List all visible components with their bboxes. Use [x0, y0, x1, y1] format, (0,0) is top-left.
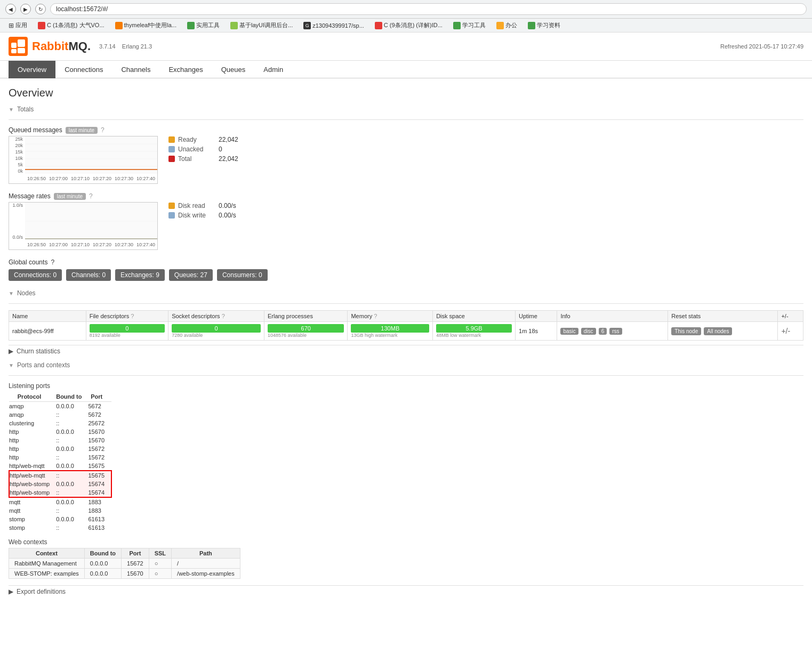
disk-bar: 5.9GB — [436, 324, 512, 333]
global-counts-help[interactable]: ? — [51, 259, 54, 266]
refresh-button[interactable]: ↻ — [35, 4, 46, 14]
tab-connections[interactable]: Connections — [55, 61, 112, 78]
logo: RabbitMQ. — [9, 37, 91, 56]
channels-count[interactable]: Channels: 0 — [66, 269, 111, 281]
queued-x-labels: 10:26:5010:27:0010:27:1010:27:2010:27:30… — [25, 174, 157, 183]
rates-help[interactable]: ? — [89, 192, 93, 200]
nav-tabs: Overview Connections Channels Exchanges … — [0, 61, 812, 78]
web-contexts-table: Context Bound to Port SSL Path RabbitMQ … — [9, 548, 240, 579]
queued-help[interactable]: ? — [101, 126, 104, 134]
table-row: http/web-stomp 0.0.0.0 15674 — [9, 480, 111, 488]
bookmark-2[interactable]: thymeleaf中使用la... — [112, 20, 180, 30]
tag-basic[interactable]: basic — [560, 328, 578, 335]
tab-exchanges[interactable]: Exchanges — [159, 61, 212, 78]
nodes-col-disk: Disk space — [433, 311, 516, 322]
back-button[interactable]: ◀ — [5, 4, 16, 14]
rates-legend: Disk read 0.00/s Disk write 0.00/s — [168, 202, 803, 221]
version-info: 3.7.14 Erlang 21.3 — [99, 43, 152, 50]
rates-badge: last minute — [54, 193, 86, 200]
disk-watermark: 48MB low watermark — [436, 333, 512, 338]
page-title: Overview — [9, 87, 803, 99]
web-col-path: Path — [172, 548, 240, 559]
svg-rect-2 — [18, 39, 25, 47]
node-name: rabbit@ecs-99ff — [9, 322, 86, 341]
node-erlang: 670 1048576 available — [264, 322, 348, 341]
sd-bar: 0 — [172, 324, 261, 333]
legend-ready-color — [168, 136, 175, 143]
legend-unacked: Unacked 0 — [168, 146, 803, 153]
bookmark-4[interactable]: 基于layUI调用后台... — [227, 20, 296, 30]
queues-count[interactable]: Queues: 27 — [169, 269, 213, 281]
bookmark-apps[interactable]: ⊞ 应用 — [5, 20, 30, 30]
bookmark-1[interactable]: C (1条消息) 大气VO... — [35, 20, 108, 30]
tab-admin[interactable]: Admin — [254, 61, 292, 78]
refresh-info: Refreshed 2021-05-17 10:27:49 — [720, 43, 803, 50]
bookmark-9[interactable]: 学习资料 — [525, 20, 564, 30]
legend-disk-write: Disk write 0.00/s — [168, 212, 803, 219]
rates-chart-inner — [25, 203, 157, 240]
queued-messages-section: Queued messages last minute ? 25k20k15k1… — [9, 126, 803, 184]
url-bar[interactable]: localhost:15672/#/ — [50, 3, 807, 15]
queued-badge: last minute — [66, 127, 98, 134]
ports-section-header[interactable]: ▼ Ports and contexts — [9, 361, 803, 369]
ports-col-protocol: Protocol — [9, 392, 56, 402]
mem-watermark: 13GB high watermark — [351, 333, 429, 338]
sd-avail: 7280 available — [172, 333, 261, 338]
bookmark-8[interactable]: 办公 — [493, 20, 520, 30]
svg-rect-3 — [18, 48, 25, 53]
this-node-button[interactable]: This node — [671, 327, 701, 335]
forward-button[interactable]: ▶ — [20, 4, 31, 14]
consumers-count[interactable]: Consumers: 0 — [217, 269, 268, 281]
table-row: http/web-mqtt 0.0.0.0 15675 — [9, 462, 111, 471]
tag-rss[interactable]: rss — [609, 328, 622, 335]
browser-chrome: ◀ ▶ ↻ localhost:15672/#/ — [0, 0, 812, 19]
table-row: http 0.0.0.0 15670 — [9, 427, 111, 436]
mem-bar: 130MB — [351, 324, 429, 333]
web-col-context: Context — [9, 548, 85, 559]
totals-section-header[interactable]: ▼ Totals — [9, 106, 803, 113]
legend-disk-write-color — [168, 212, 175, 219]
nodes-col-info: Info — [557, 311, 668, 322]
all-nodes-button[interactable]: All nodes — [704, 327, 732, 335]
rates-chart-row: 1.0/s 0.0/s 10:26:5010:27:0010:27:1010:2… — [9, 202, 803, 250]
nodes-col-sd: Socket descriptors ? — [168, 311, 264, 322]
export-header[interactable]: ▶ Export definitions — [9, 585, 803, 597]
nodes-section-header[interactable]: ▼ Nodes — [9, 289, 803, 297]
table-row: stomp 0.0.0.0 61613 — [9, 515, 111, 523]
ep-bar: 670 — [268, 324, 344, 333]
connections-count[interactable]: Connections: 0 — [9, 269, 62, 281]
tab-overview[interactable]: Overview — [9, 61, 55, 78]
queued-chart-row: 25k20k15k10k5k0k — [9, 136, 803, 184]
nodes-col-reset: Reset stats — [668, 311, 778, 322]
bookmark-7[interactable]: 学习工具 — [450, 20, 489, 30]
legend-disk-read-color — [168, 203, 175, 209]
bookmark-6[interactable]: C (9条消息) (详解)ID... — [372, 20, 446, 30]
ep-avail: 1048576 available — [268, 333, 344, 338]
svg-rect-0 — [11, 43, 17, 48]
nodes-col-pm: +/- — [778, 311, 803, 322]
legend-disk-read: Disk read 0.00/s — [168, 202, 803, 209]
legend-total-color — [168, 156, 175, 162]
tab-queues[interactable]: Queues — [212, 61, 255, 78]
churn-header[interactable]: ▶ Churn statistics — [9, 345, 803, 357]
global-counts-badges: Connections: 0 Channels: 0 Exchanges: 9 … — [9, 269, 803, 281]
message-rates-title: Message rates last minute ? — [9, 192, 803, 200]
queued-messages-title: Queued messages last minute ? — [9, 126, 803, 134]
nodes-table: Name File descriptors ? Socket descripto… — [9, 310, 803, 341]
nodes-col-ep: Erlang processes — [264, 311, 348, 322]
tag-disc[interactable]: disc — [581, 328, 596, 335]
plus-minus-toggle[interactable]: +/- — [781, 327, 790, 335]
ports-col-port: Port — [88, 392, 111, 402]
bookmark-3[interactable]: 实用工具 — [184, 20, 223, 30]
bookmark-5[interactable]: G z13094399917/sp... — [300, 21, 367, 30]
node-fd: 0 8192 available — [86, 322, 168, 341]
node-pm: +/- — [778, 322, 803, 341]
rates-y-labels: 1.0/s 0.0/s — [9, 203, 25, 240]
queued-chart-inner — [25, 136, 157, 174]
node-uptime: 1m 18s — [516, 322, 557, 341]
tag-num[interactable]: 6 — [599, 328, 607, 335]
tab-channels[interactable]: Channels — [112, 61, 159, 78]
table-row: http/web-mqtt :: 15675 — [9, 471, 111, 480]
logo-text: RabbitMQ. — [32, 39, 91, 53]
exchanges-count[interactable]: Exchanges: 9 — [115, 269, 165, 281]
